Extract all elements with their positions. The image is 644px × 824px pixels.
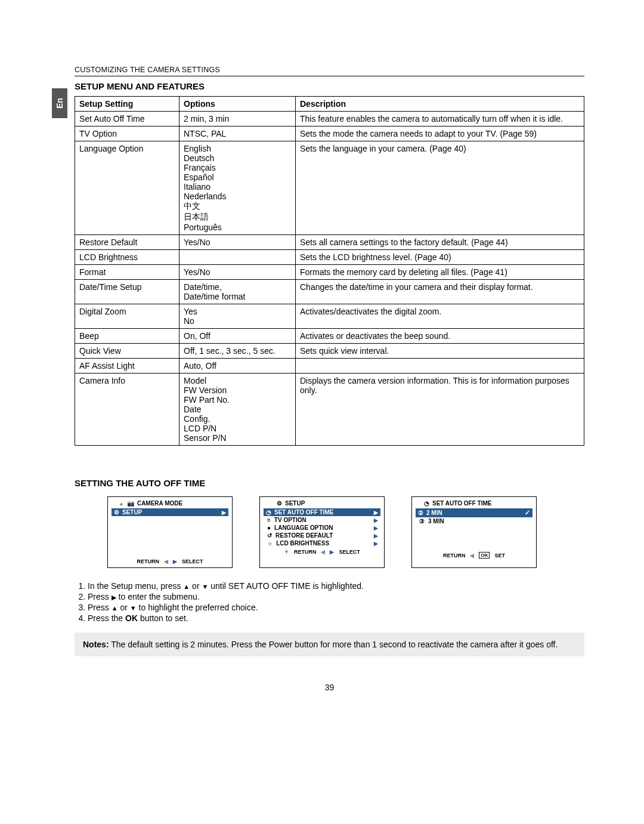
footer-set-label: SET bbox=[494, 553, 505, 558]
cell-setting: Camera Info bbox=[75, 374, 179, 446]
table-header-options: Options bbox=[179, 97, 296, 112]
clock-icon: ◔ bbox=[266, 509, 271, 516]
left-arrow-icon bbox=[470, 553, 474, 558]
cell-setting: Format bbox=[75, 265, 179, 280]
cell-setting: TV Option bbox=[75, 126, 179, 141]
breadcrumb: CUSTOMIZING THE CAMERA SETTINGS bbox=[75, 66, 584, 76]
section-heading-auto-off: SETTING THE AUTO OFF TIME bbox=[75, 478, 584, 488]
lcd-screen-auto-off-time: ◔ SET AUTO OFF TIME ② 2 MIN ③3 MIN RETUR… bbox=[411, 496, 537, 568]
menu-item: ☼LCD BRIGHTNESS bbox=[264, 539, 380, 547]
step-item: Press ▲ or ▼ to highlight the preferred … bbox=[88, 603, 584, 612]
setup-icon: ⚙ bbox=[277, 500, 282, 507]
chevron-right-icon bbox=[374, 540, 378, 547]
arrow-icon: ▲ bbox=[112, 604, 118, 612]
instruction-steps: In the Setup menu, press ▲ or ▼ until SE… bbox=[75, 581, 584, 623]
restore-icon: ↺ bbox=[267, 532, 272, 539]
chevron-right-icon bbox=[374, 509, 378, 516]
table-row: Camera InfoModel FW Version FW Part No. … bbox=[75, 374, 584, 446]
table-row: Language OptionEnglish Deutsch Français … bbox=[75, 141, 584, 235]
cell-description: Sets quick view interval. bbox=[296, 344, 584, 359]
table-row: BeepOn, OffActivates or deactivates the … bbox=[75, 329, 584, 344]
cell-options: Yes No bbox=[179, 304, 296, 329]
tv-icon: ≡ bbox=[267, 517, 271, 523]
option-label: 2 MIN bbox=[426, 510, 442, 516]
chevron-right-icon bbox=[374, 524, 378, 531]
menu-item-label: RESTORE DEFAULT bbox=[275, 532, 333, 539]
step-item: Press the OK button to set. bbox=[88, 613, 584, 623]
cell-setting: Set Auto Off Time bbox=[75, 112, 179, 126]
cell-options: 2 min, 3 min bbox=[179, 112, 296, 126]
cell-setting: Language Option bbox=[75, 141, 179, 235]
table-header-setting: Setup Setting bbox=[75, 97, 179, 112]
cell-description: Sets the LCD brightness level. (Page 40) bbox=[296, 250, 584, 265]
table-row: FormatYes/NoFormats the memory card by d… bbox=[75, 265, 584, 280]
cell-description: Activates or deactivates the beep sound. bbox=[296, 329, 584, 344]
cell-description: Sets the language in your camera. (Page … bbox=[296, 141, 584, 235]
cell-description: Sets all camera settings to the factory … bbox=[296, 235, 584, 250]
right-arrow-icon bbox=[173, 558, 177, 564]
clock-icon: ◔ bbox=[424, 500, 429, 507]
clock-2-icon: ② bbox=[418, 510, 423, 516]
arrow-icon: ▼ bbox=[202, 583, 208, 590]
option-row: ③3 MIN bbox=[416, 517, 532, 525]
cell-options: Yes/No bbox=[179, 265, 296, 280]
menu-item-label: LANGUAGE OPTION bbox=[274, 524, 333, 531]
arrow-icon: ▼ bbox=[130, 604, 137, 612]
arrow-icon: ▶ bbox=[112, 594, 116, 601]
cell-options: Yes/No bbox=[179, 235, 296, 250]
highlight-label: SETUP bbox=[122, 509, 142, 516]
left-arrow-icon bbox=[321, 549, 325, 555]
cell-description: Sets the mode the camera needs to adapt … bbox=[296, 126, 584, 141]
cell-options: Model FW Version FW Part No. Date Config… bbox=[179, 374, 296, 446]
step-item: Press ▶ to enter the submenu. bbox=[88, 592, 584, 601]
notes-text: The default setting is 2 minutes. Press … bbox=[109, 640, 558, 649]
menu-item: ●LANGUAGE OPTION bbox=[264, 524, 380, 532]
cell-options: Date/time, Date/time format bbox=[179, 280, 296, 304]
table-row: Digital ZoomYes NoActivates/deactivates … bbox=[75, 304, 584, 329]
table-row: LCD BrightnessSets the LCD brightness le… bbox=[75, 250, 584, 265]
notes-label: Notes: bbox=[83, 640, 109, 649]
table-row: Quick ViewOff, 1 sec., 3 sec., 5 sec.Set… bbox=[75, 344, 584, 359]
step-item: In the Setup menu, press ▲ or ▼ until SE… bbox=[88, 581, 584, 591]
menu-item-label: LCD BRIGHTNESS bbox=[276, 540, 329, 547]
table-row: AF Assist LightAuto, Off bbox=[75, 359, 584, 374]
cell-options: Auto, Off bbox=[179, 359, 296, 374]
cell-description: Displays the camera version information.… bbox=[296, 374, 584, 446]
language-tab: En bbox=[52, 88, 67, 118]
chevron-right-icon bbox=[222, 509, 226, 516]
notes-box: Notes: The default setting is 2 minutes.… bbox=[75, 632, 584, 656]
screen-title: SET AUTO OFF TIME bbox=[432, 500, 491, 507]
lcd-screen-camera-mode: 📷 CAMERA MODE ⚙ SETUP RETURN SELECT bbox=[107, 496, 233, 568]
left-arrow-icon bbox=[164, 558, 168, 564]
table-row: Date/Time SetupDate/time, Date/time form… bbox=[75, 280, 584, 304]
section-heading-setup-menu: SETUP MENU AND FEATURES bbox=[75, 81, 584, 91]
setup-settings-table: Setup Setting Options Description Set Au… bbox=[75, 96, 584, 446]
highlighted-row-2min: ② 2 MIN bbox=[416, 508, 532, 517]
lcd-screen-setup: ⚙ SETUP ◔ SET AUTO OFF TIME ≡TV OPTION ●… bbox=[259, 496, 385, 568]
cell-description: Changes the date/time in your camera and… bbox=[296, 280, 584, 304]
brightness-icon: ☼ bbox=[267, 540, 273, 547]
footer-select-label: SELECT bbox=[339, 549, 360, 555]
footer-return-label: RETURN bbox=[443, 553, 466, 558]
highlighted-row-setup: ⚙ SETUP bbox=[112, 508, 228, 516]
menu-item: ↺RESTORE DEFAULT bbox=[264, 532, 380, 539]
cell-setting: AF Assist Light bbox=[75, 359, 179, 374]
cell-setting: Restore Default bbox=[75, 235, 179, 250]
table-header-description: Description bbox=[296, 97, 584, 112]
check-icon bbox=[525, 509, 530, 517]
option-label: 3 MIN bbox=[428, 518, 444, 524]
footer-return-label: RETURN bbox=[137, 558, 159, 564]
menu-item-label: SET AUTO OFF TIME bbox=[274, 509, 333, 516]
table-row: Restore DefaultYes/NoSets all camera set… bbox=[75, 235, 584, 250]
footer-select-label: SELECT bbox=[182, 558, 203, 564]
cell-options: NTSC, PAL bbox=[179, 126, 296, 141]
table-row: TV OptionNTSC, PALSets the mode the came… bbox=[75, 126, 584, 141]
cell-description: Formats the memory card by deleting all … bbox=[296, 265, 584, 280]
setup-icon: ⚙ bbox=[114, 509, 119, 516]
chevron-right-icon bbox=[374, 532, 378, 539]
cell-options bbox=[179, 250, 296, 265]
cell-description: Activates/deactivates the digital zoom. bbox=[296, 304, 584, 329]
cell-description bbox=[296, 359, 584, 374]
cell-setting: Date/Time Setup bbox=[75, 280, 179, 304]
footer-return-label: RETURN bbox=[294, 549, 317, 555]
